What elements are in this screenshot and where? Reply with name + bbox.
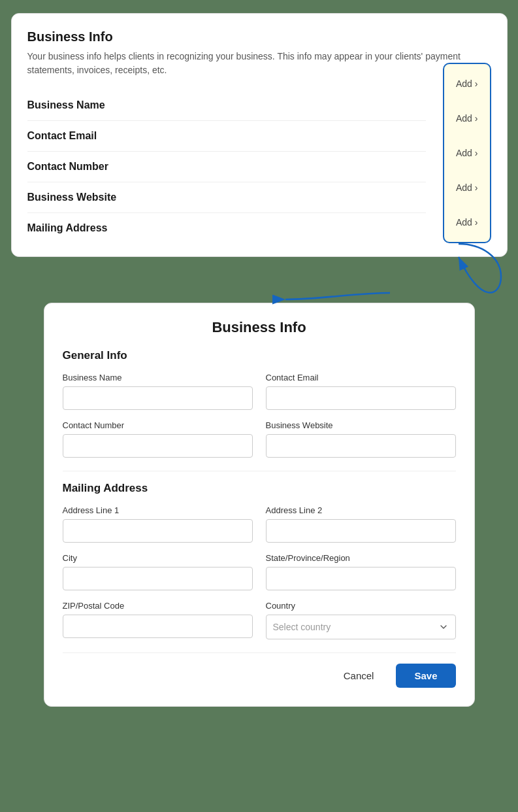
address-line-2-label: Address Line 2 xyxy=(266,505,456,515)
cancel-button[interactable]: Cancel xyxy=(329,664,389,688)
business-name-row: Business Name xyxy=(27,90,426,121)
country-label: Country xyxy=(266,601,456,611)
contact-email-row: Contact Email xyxy=(27,121,426,152)
contact-email-label: Contact Email xyxy=(27,130,97,142)
contact-email-input[interactable] xyxy=(266,386,456,410)
add-contact-number-button[interactable]: Add › xyxy=(444,143,490,163)
address-line-1-label: Address Line 1 xyxy=(63,505,253,515)
address-line-2-field: Address Line 2 xyxy=(266,505,456,543)
arrow-area xyxy=(11,257,508,309)
business-website-label: Business Website xyxy=(27,192,117,203)
add-business-website-button[interactable]: Add › xyxy=(444,177,490,198)
business-name-input[interactable] xyxy=(63,386,253,410)
top-card-description: Your business info helps clients in reco… xyxy=(27,50,491,77)
chevron-icon-0: › xyxy=(475,78,478,89)
chevron-icon-4: › xyxy=(475,217,478,228)
add-label-0: Add xyxy=(456,78,472,89)
business-name-field-label: Business Name xyxy=(63,373,253,382)
add-business-name-button[interactable]: Add › xyxy=(444,73,490,94)
business-website-input[interactable] xyxy=(266,434,456,458)
form-actions: Cancel Save xyxy=(63,652,456,688)
add-buttons-group: Add › Add › Add › Add › Add › xyxy=(443,63,491,243)
top-card-title: Business Info xyxy=(27,29,491,44)
contact-number-label: Contact Number xyxy=(27,161,108,173)
business-website-row: Business Website xyxy=(27,182,426,213)
mailing-address-label: Mailing Address xyxy=(27,222,108,234)
chevron-icon-3: › xyxy=(475,182,478,193)
general-info-form: Business Name Contact Email Contact Numb… xyxy=(63,373,456,458)
add-contact-email-button[interactable]: Add › xyxy=(444,108,490,129)
business-website-field: Business Website xyxy=(266,420,456,458)
contact-number-field-label: Contact Number xyxy=(63,420,253,430)
mailing-address-section-title: Mailing Address xyxy=(63,482,456,495)
address-line-1-input[interactable] xyxy=(63,519,253,543)
contact-number-input[interactable] xyxy=(63,434,253,458)
bottom-card: Business Info General Info Business Name… xyxy=(44,303,475,707)
mailing-address-row: Mailing Address xyxy=(27,213,426,243)
country-select[interactable]: Select country United States Canada Unit… xyxy=(266,615,456,639)
chevron-icon-2: › xyxy=(475,148,478,158)
zip-postal-input[interactable] xyxy=(63,615,253,638)
top-card: Business Info Your business info helps c… xyxy=(11,13,508,257)
contact-number-row: Contact Number xyxy=(27,152,426,182)
contact-number-field: Contact Number xyxy=(63,420,253,458)
state-province-label: State/Province/Region xyxy=(266,553,456,563)
section-divider xyxy=(63,471,456,471)
add-label-3: Add xyxy=(456,182,472,193)
state-province-field: State/Province/Region xyxy=(266,553,456,590)
add-label-1: Add xyxy=(456,113,472,124)
add-label-4: Add xyxy=(456,217,472,228)
save-button[interactable]: Save xyxy=(396,664,455,688)
zip-postal-label: ZIP/Postal Code xyxy=(63,601,253,611)
mailing-address-form: Address Line 1 Address Line 2 City State… xyxy=(63,505,456,639)
add-label-2: Add xyxy=(456,148,472,158)
country-field: Country Select country United States Can… xyxy=(266,601,456,639)
address-line-1-field: Address Line 1 xyxy=(63,505,253,543)
contact-email-field-label: Contact Email xyxy=(266,373,456,382)
city-input[interactable] xyxy=(63,567,253,590)
chevron-icon-1: › xyxy=(475,113,478,124)
zip-postal-field: ZIP/Postal Code xyxy=(63,601,253,639)
add-mailing-address-button[interactable]: Add › xyxy=(444,212,490,233)
business-website-field-label: Business Website xyxy=(266,420,456,430)
business-name-label: Business Name xyxy=(27,99,105,111)
contact-email-field: Contact Email xyxy=(266,373,456,410)
business-name-field: Business Name xyxy=(63,373,253,410)
city-field: City xyxy=(63,553,253,590)
city-label: City xyxy=(63,553,253,563)
general-info-section-title: General Info xyxy=(63,349,456,362)
state-province-input[interactable] xyxy=(266,567,456,590)
address-line-2-input[interactable] xyxy=(266,519,456,543)
bottom-card-title: Business Info xyxy=(63,319,456,336)
